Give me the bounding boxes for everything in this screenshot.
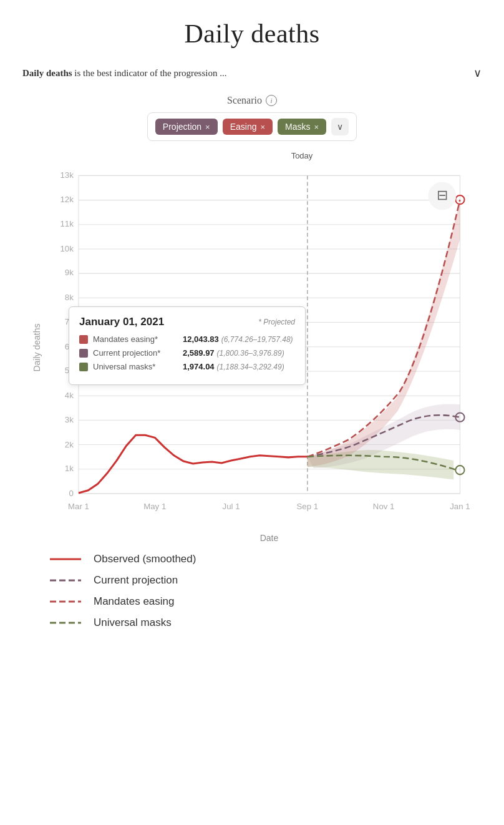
tooltip-easing-label: Mandates easing* [93, 334, 180, 344]
legend-projection-label: Current projection [94, 574, 178, 587]
legend-observed-label: Observed (smoothed) [94, 553, 196, 565]
masks-band [308, 450, 453, 479]
description-text: Daily deaths is the best indicator of th… [22, 68, 226, 79]
tooltip-box: January 01, 2021 * Projected Mandates ea… [69, 306, 306, 385]
svg-text:3k: 3k [65, 415, 74, 424]
tooltip-row-easing: Mandates easing* 12,043.83 (6,774.26–19,… [79, 334, 295, 344]
svg-text:4k: 4k [65, 391, 74, 400]
observed-line [79, 435, 308, 493]
pill-masks[interactable]: Masks × [278, 119, 326, 135]
scenario-text: Scenario [227, 95, 262, 106]
tooltip-masks-range: (1,188.34–3,292.49) [217, 363, 284, 371]
legend-line-observed [50, 555, 81, 564]
tooltip-projection-label: Current projection* [93, 348, 180, 358]
scenario-section: Scenario i Projection × Easing × Masks ×… [12, 95, 492, 141]
tooltip-date: January 01, 2021 [79, 316, 164, 328]
tooltip-projection-value: 2,589.97 [183, 348, 215, 358]
svg-text:13k: 13k [60, 170, 74, 180]
svg-text:11k: 11k [60, 219, 74, 228]
pill-masks-remove[interactable]: × [314, 122, 319, 132]
tooltip-easing-color [79, 335, 88, 344]
page-title: Daily deaths [12, 19, 492, 49]
svg-text:Jan 1: Jan 1 [450, 502, 470, 511]
tooltip-projection-range: (1,800.36–3,976.89) [217, 349, 284, 358]
pill-easing[interactable]: Easing × [223, 119, 273, 135]
tooltip-projection-color [79, 349, 88, 358]
x-axis-label: Date [12, 533, 492, 543]
svg-text:10k: 10k [60, 244, 74, 253]
legend-line-projection [50, 576, 81, 585]
tooltip-masks-label: Universal masks* [93, 362, 180, 371]
pill-projection-label: Projection [163, 122, 201, 132]
pill-projection-remove[interactable]: × [205, 122, 210, 132]
svg-text:0: 0 [69, 489, 73, 498]
expand-chevron[interactable]: ∨ [473, 66, 482, 80]
legend-line-easing [50, 597, 81, 606]
tooltip-masks-value: 1,974.04 [183, 362, 215, 371]
svg-text:Mar 1: Mar 1 [68, 502, 89, 511]
svg-text:May 1: May 1 [143, 502, 166, 511]
svg-text:2k: 2k [65, 440, 74, 449]
svg-text:Jul 1: Jul 1 [223, 502, 240, 511]
tooltip-header: January 01, 2021 * Projected [79, 316, 295, 328]
tooltip-easing-range: (6,774.26–19,757.48) [221, 335, 293, 344]
legend-masks-label: Universal masks [94, 617, 172, 629]
svg-text:12k: 12k [60, 195, 74, 204]
description-bold: Daily deaths [22, 68, 72, 78]
filter-icon[interactable]: ⊟ [437, 187, 448, 203]
pill-masks-label: Masks [285, 122, 310, 132]
pills-dropdown[interactable]: ∨ [331, 118, 349, 135]
legend-easing-label: Mandates easing [94, 595, 174, 608]
legend-item-projection: Current projection [50, 574, 492, 587]
description-body: is the best indicator of the progression… [72, 68, 227, 78]
legend-item-observed: Observed (smoothed) [50, 553, 492, 565]
tooltip-row-masks: Universal masks* 1,974.04 (1,188.34–3,29… [79, 362, 295, 371]
tooltip-masks-color [79, 363, 88, 371]
tooltip-easing-value: 12,043.83 [183, 334, 219, 344]
x-axis: Mar 1 May 1 Jul 1 Sep 1 Nov 1 Jan 1 [68, 502, 470, 511]
y-axis-label: Daily deaths [32, 323, 42, 371]
pill-easing-remove[interactable]: × [261, 122, 266, 132]
legend: Observed (smoothed) Current projection M… [12, 553, 492, 629]
pill-projection[interactable]: Projection × [155, 119, 218, 135]
today-label: Today [112, 151, 492, 160]
legend-item-easing: Mandates easing [50, 595, 492, 608]
svg-text:Nov 1: Nov 1 [373, 502, 395, 511]
scenario-label: Scenario i [227, 95, 277, 106]
tooltip-row-projection: Current projection* 2,589.97 (1,800.36–3… [79, 348, 295, 358]
svg-text:Sep 1: Sep 1 [297, 502, 319, 511]
description-row: Daily deaths is the best indicator of th… [12, 61, 492, 85]
chart-wrapper: Today Daily deaths 0 1k [12, 151, 492, 543]
svg-text:1k: 1k [65, 464, 74, 473]
chart-container: Daily deaths 0 1k 2k [12, 163, 492, 532]
scenario-pills-container: Projection × Easing × Masks × ∨ [147, 112, 357, 141]
svg-text:9k: 9k [65, 268, 74, 277]
info-icon[interactable]: i [266, 95, 277, 106]
tooltip-projected-label: * Projected [258, 318, 295, 326]
legend-line-masks [50, 618, 81, 627]
pill-easing-label: Easing [230, 122, 257, 132]
svg-text:8k: 8k [65, 293, 74, 302]
legend-item-masks: Universal masks [50, 617, 492, 629]
